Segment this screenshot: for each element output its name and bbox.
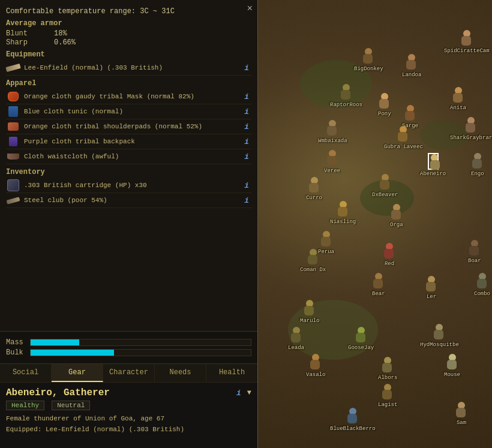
game-character[interactable]: Coman Dx — [300, 249, 326, 273]
close-button[interactable]: × — [247, 4, 253, 14]
game-character[interactable]: Albors — [378, 357, 397, 381]
item-name: Blue cloth tunic (normal) — [24, 108, 242, 115]
game-character[interactable]: Orga — [390, 204, 403, 228]
char-info-icon[interactable]: i — [234, 389, 244, 398]
mask-item-icon — [6, 91, 20, 103]
game-character[interactable]: Mouse — [444, 354, 460, 378]
game-character[interactable]: Ler — [426, 276, 437, 300]
game-character[interactable]: Sarge — [402, 105, 418, 129]
club-item-icon — [6, 194, 20, 206]
item-info-icon[interactable]: i — [242, 152, 251, 161]
item-row: .303 British cartridge (HP) x30i — [6, 178, 251, 193]
armor-row: Blunt18% — [6, 29, 251, 38]
tab-gear[interactable]: Gear — [52, 364, 103, 382]
game-character[interactable]: Veree — [324, 150, 340, 174]
game-character[interactable]: Landoa — [402, 54, 421, 78]
equipment-label: Equipment — [6, 50, 251, 59]
item-name: Orange cloth tribal shoulderpads (normal… — [24, 123, 242, 130]
average-armor-label: Average armor — [6, 19, 251, 28]
weapon-item-icon — [6, 62, 20, 74]
game-character[interactable]: Marulo — [300, 300, 319, 324]
item-row: Orange cloth gaudy tribal Mask (normal 8… — [6, 89, 251, 104]
item-info-icon[interactable]: i — [242, 137, 251, 146]
armor-row: Sharp0.66% — [6, 38, 251, 47]
status-badge-healthy: Healthy — [6, 401, 44, 410]
item-info-icon[interactable]: i — [242, 64, 251, 73]
game-character[interactable]: Anita — [450, 87, 466, 111]
armor-value: 0.66% — [54, 38, 76, 47]
item-name: Cloth waistcloth (awful) — [24, 153, 242, 160]
inventory-label: Inventory — [6, 168, 251, 176]
armor-label: Sharp — [6, 38, 54, 47]
item-row: Lee-Enfield (normal) (.303 British)i — [6, 61, 251, 76]
tab-health[interactable]: Health — [206, 364, 257, 382]
game-character[interactable]: Wmbaixada — [318, 120, 347, 144]
game-character[interactable]: Red — [384, 243, 395, 267]
game-character[interactable]: Curro — [306, 177, 322, 201]
game-character[interactable]: Lagist — [378, 384, 397, 408]
character-description: Female thunderer of Union of Goa, age 67… — [6, 414, 251, 435]
game-character[interactable]: Combo — [474, 273, 490, 297]
cloth-item-icon — [6, 151, 20, 163]
character-panel: × Comfortable temperature range: 3C ~ 31… — [0, 0, 258, 448]
item-info-icon[interactable]: i — [242, 181, 251, 190]
character-info: Abeneiro, Gatherer i ▼ HealthyNeutral Fe… — [0, 382, 257, 448]
item-name: Purple cloth tribal backpack — [24, 138, 242, 145]
game-character[interactable]: Pony — [378, 93, 391, 117]
equipment-list: Lee-Enfield (normal) (.303 British)i — [6, 61, 251, 76]
backpack-item-icon — [6, 136, 20, 148]
item-info-icon[interactable]: i — [242, 122, 251, 131]
bar-fill — [31, 339, 79, 345]
armor-table: Blunt18%Sharp0.66% — [6, 29, 251, 47]
bar-label: Bulk — [6, 348, 30, 357]
game-character[interactable]: Sam — [456, 402, 467, 426]
bar-label: Mass — [6, 338, 30, 347]
char-dropdown-icon[interactable]: ▼ — [247, 389, 251, 397]
tab-character[interactable]: Character — [103, 364, 155, 382]
shoulder-item-icon — [6, 121, 20, 133]
game-character[interactable]: Vasalo — [306, 354, 325, 378]
char-name-icons: i ▼ — [234, 389, 251, 398]
game-character[interactable]: DxBeaver — [372, 174, 398, 198]
game-character[interactable]: RaptorRoos — [330, 84, 362, 108]
game-character[interactable]: Bear — [372, 273, 385, 297]
bar-fill — [31, 350, 114, 356]
bar-row-mass: Mass — [6, 338, 251, 347]
bars-section: Mass Bulk — [0, 331, 257, 363]
game-character[interactable]: Leada — [288, 327, 304, 351]
bar-row-bulk: Bulk — [6, 348, 251, 357]
game-character[interactable]: Abeneiro — [420, 153, 446, 177]
item-info-icon[interactable]: i — [242, 92, 251, 101]
item-row: Cloth waistcloth (awful)i — [6, 149, 251, 164]
temperature-range: Comfortable temperature range: 3C ~ 31C — [6, 7, 251, 16]
armor-label: Blunt — [6, 29, 54, 38]
game-character[interactable]: BigDonkey — [354, 48, 383, 72]
item-row: Steel club (poor 54%)i — [6, 193, 251, 208]
item-info-icon[interactable]: i — [242, 196, 251, 205]
game-character[interactable]: GooseJay — [348, 327, 374, 351]
bar-track — [30, 349, 251, 356]
item-name: Orange cloth gaudy tribal Mask (normal 8… — [24, 93, 242, 100]
game-character[interactable]: BlueBlackBerro — [330, 408, 376, 432]
game-character[interactable]: Engo — [471, 153, 484, 177]
game-character[interactable]: Boar — [468, 240, 481, 264]
item-row: Orange cloth tribal shoulderpads (normal… — [6, 119, 251, 134]
item-info-icon[interactable]: i — [242, 107, 251, 116]
game-character[interactable]: SpidCiratteCam — [444, 30, 490, 54]
game-character[interactable]: Gubra Laveec — [384, 126, 423, 150]
apparel-list: Orange cloth gaudy tribal Mask (normal 8… — [6, 89, 251, 164]
game-character[interactable]: HydMosquitbe — [420, 324, 459, 348]
ammo-item-icon — [6, 179, 20, 191]
game-character[interactable]: Niasling — [330, 201, 356, 225]
item-name: Lee-Enfield (normal) (.303 British) — [24, 64, 242, 71]
tab-social[interactable]: Social — [0, 364, 52, 382]
item-name: .303 British cartridge (HP) x30 — [24, 182, 242, 189]
apparel-label: Apparel — [6, 79, 251, 88]
bar-track — [30, 339, 251, 346]
tab-needs[interactable]: Needs — [155, 364, 206, 382]
tunic-item-icon — [6, 106, 20, 118]
status-row: HealthyNeutral — [6, 401, 251, 410]
info-section: × Comfortable temperature range: 3C ~ 31… — [0, 0, 257, 331]
game-character[interactable]: SharkGraybrar — [450, 117, 492, 141]
item-row: Purple cloth tribal backpacki — [6, 134, 251, 149]
